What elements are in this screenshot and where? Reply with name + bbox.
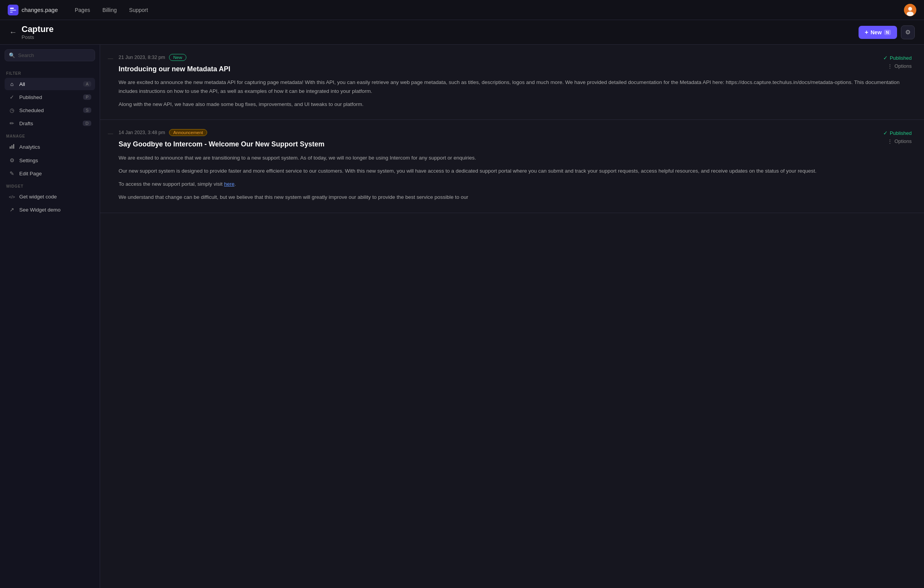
- filter-section-label: FILTER: [6, 71, 94, 76]
- all-label: All: [19, 81, 79, 87]
- post-paragraph: Our new support system is designed to pr…: [119, 167, 912, 175]
- svg-rect-3: [10, 12, 13, 13]
- nav-support[interactable]: Support: [124, 5, 152, 15]
- published-badge: P: [83, 94, 91, 100]
- search-input[interactable]: [18, 52, 91, 58]
- clock-icon: ◷: [8, 107, 15, 113]
- post-item: 21 Jun 2023, 8:32 pm New ✓ Published ⋮ O…: [100, 45, 924, 120]
- new-button-label: New: [870, 29, 882, 35]
- check-published-icon: ✓: [883, 130, 888, 136]
- drafts-badge: D: [83, 121, 91, 126]
- settings-label: Settings: [19, 158, 91, 163]
- svg-point-6: [907, 12, 914, 16]
- page-title-area: Capture Posts: [22, 24, 859, 40]
- post-paragraph: We are excited to announce that we are t…: [119, 154, 912, 162]
- external-link-icon: ↗: [8, 207, 15, 213]
- manage-section-label: MANAGE: [6, 134, 94, 138]
- sidebar-item-published[interactable]: ✓ Published P: [5, 91, 95, 103]
- analytics-label: Analytics: [19, 144, 91, 150]
- sidebar-item-widgetdemo[interactable]: ↗ See Widget demo: [5, 203, 95, 216]
- sidebar-item-drafts[interactable]: ✏ Drafts D: [5, 117, 95, 129]
- sidebar-item-widgetcode[interactable]: </> Get widget code: [5, 191, 95, 203]
- search-icon: 🔍: [9, 52, 15, 58]
- all-badge: A: [83, 81, 91, 87]
- user-avatar[interactable]: [904, 4, 916, 16]
- options-button[interactable]: ⋮ Options: [887, 63, 912, 69]
- scheduled-label: Scheduled: [19, 108, 79, 113]
- main-layout: 🔍 FILTER ⌂ All A ✓ Published P ◷ Schedul…: [0, 45, 924, 588]
- post-paragraph: We are excited to announce the new metad…: [119, 78, 912, 96]
- avatar-icon: [904, 4, 916, 16]
- post-status-col: ✓ Published ⋮ Options: [883, 55, 912, 69]
- post-body: We are excited to announce the new metad…: [119, 78, 912, 109]
- post-title: Say Goodbye to Intercom - Welcome Our Ne…: [119, 140, 912, 149]
- sidebar: 🔍 FILTER ⌂ All A ✓ Published P ◷ Schedul…: [0, 45, 100, 588]
- ellipsis-icon: ⋮: [887, 63, 892, 69]
- post-meta-row: 21 Jun 2023, 8:32 pm New: [119, 54, 912, 61]
- check-published-icon: ✓: [883, 55, 888, 61]
- logo-icon: [8, 5, 18, 15]
- post-body: We are excited to announce that we are t…: [119, 154, 912, 202]
- options-label: Options: [894, 63, 912, 69]
- post-paragraph: We understand that change can be difficu…: [119, 193, 912, 202]
- svg-rect-1: [10, 8, 14, 9]
- page-title: Capture: [22, 24, 859, 34]
- published-label: Published: [19, 94, 79, 100]
- content-area: 21 Jun 2023, 8:32 pm New ✓ Published ⋮ O…: [100, 45, 924, 588]
- top-nav: changes.page Pages Billing Support: [0, 0, 924, 20]
- nav-links: Pages Billing Support: [70, 5, 895, 15]
- svg-rect-8: [12, 145, 13, 149]
- gear-icon: ⚙: [8, 157, 15, 163]
- page-subtitle: Posts: [22, 34, 859, 40]
- editpage-label: Edit Page: [19, 171, 91, 176]
- post-badge-announcement: Announcement: [169, 129, 207, 136]
- code-icon: </>: [8, 195, 15, 199]
- pencil-icon: ✏: [8, 120, 15, 126]
- options-label: Options: [894, 138, 912, 144]
- widgetdemo-label: See Widget demo: [19, 207, 91, 213]
- status-published-label: Published: [890, 130, 912, 136]
- widgetcode-label: Get widget code: [19, 194, 91, 200]
- sidebar-item-settings[interactable]: ⚙ Settings: [5, 154, 95, 166]
- sidebar-item-analytics[interactable]: Analytics: [5, 141, 95, 153]
- settings-icon: ⚙: [905, 29, 911, 36]
- widget-section-label: WIDGET: [6, 184, 94, 188]
- drafts-label: Drafts: [19, 121, 79, 126]
- svg-rect-9: [13, 144, 14, 149]
- ellipsis-icon: ⋮: [887, 138, 892, 144]
- logo[interactable]: changes.page: [8, 5, 58, 15]
- logo-text: changes.page: [22, 7, 58, 13]
- post-meta-row: 14 Jan 2023, 3:48 pm Announcement: [119, 129, 912, 136]
- header-actions: + New N ⚙: [859, 25, 915, 39]
- page-header: ← Capture Posts + New N ⚙: [0, 20, 924, 45]
- svg-point-5: [908, 7, 912, 11]
- search-box[interactable]: 🔍: [5, 49, 95, 61]
- here-link[interactable]: here: [224, 181, 234, 187]
- status-published: ✓ Published: [883, 130, 912, 136]
- post-paragraph: To access the new support portal, simply…: [119, 180, 912, 188]
- scheduled-badge: S: [83, 108, 91, 113]
- post-date: 14 Jan 2023, 3:48 pm: [119, 130, 165, 135]
- settings-button[interactable]: ⚙: [901, 25, 915, 39]
- status-published: ✓ Published: [883, 55, 912, 61]
- post-paragraph: Along with the new API, we have also mad…: [119, 100, 912, 109]
- options-button[interactable]: ⋮ Options: [887, 138, 912, 144]
- back-button[interactable]: ←: [9, 28, 17, 37]
- post-title: Introducing our new Metadata API: [119, 65, 912, 74]
- new-button-kbd: N: [884, 30, 891, 35]
- check-icon: ✓: [8, 94, 15, 100]
- edit-icon: ✎: [8, 170, 15, 176]
- svg-rect-7: [10, 146, 11, 149]
- sidebar-item-all[interactable]: ⌂ All A: [5, 78, 95, 90]
- new-button[interactable]: + New N: [859, 26, 897, 39]
- home-icon: ⌂: [8, 81, 15, 87]
- status-published-label: Published: [890, 55, 912, 61]
- nav-pages[interactable]: Pages: [70, 5, 95, 15]
- sidebar-item-scheduled[interactable]: ◷ Scheduled S: [5, 104, 95, 116]
- post-item: 14 Jan 2023, 3:48 pm Announcement ✓ Publ…: [100, 120, 924, 213]
- analytics-icon: [8, 144, 15, 150]
- nav-billing[interactable]: Billing: [98, 5, 121, 15]
- plus-icon: +: [865, 29, 868, 36]
- sidebar-item-editpage[interactable]: ✎ Edit Page: [5, 167, 95, 180]
- post-badge-new: New: [169, 54, 186, 61]
